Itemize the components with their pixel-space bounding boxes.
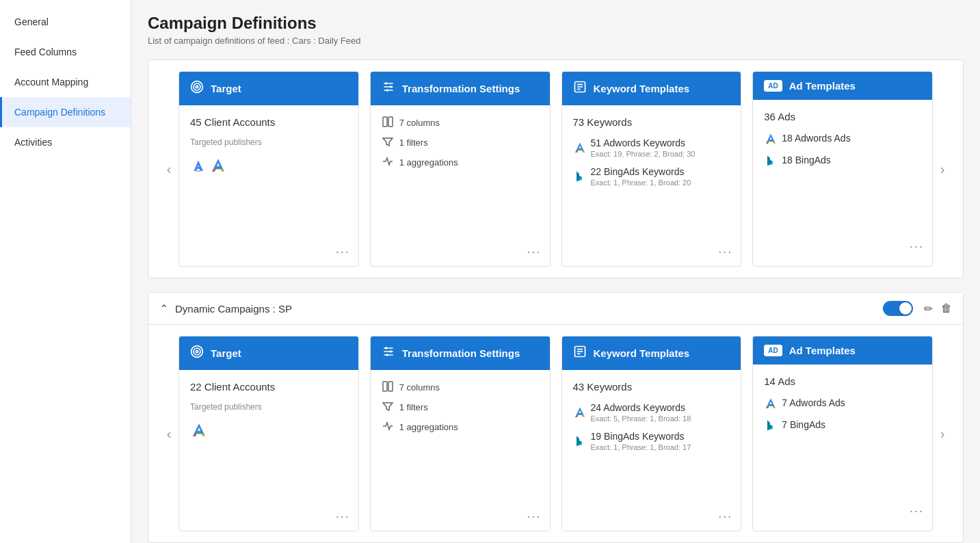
transformation-card-2: Transformation Settings 7 columns [370,336,551,531]
keywords-card-header-2: Keyword Templates [562,336,741,370]
ads-card-title-2: Ad Templates [789,345,856,356]
svg-point-16 [385,347,387,349]
svg-rect-7 [383,117,387,127]
ads-total-1: 36 Ads [764,111,921,122]
adwords-logo-ads-1: 18 Adwords Ads [764,132,850,146]
ads-card-header-2: AD Ad Templates [753,336,932,365]
sidebar-item-account-mapping[interactable]: Account Mapping [0,67,131,97]
filters-stat-2: 1 filters [382,401,539,414]
svg-point-18 [386,354,388,356]
adwords-ads-label-1: 18 Adwords Ads [782,133,850,144]
campaign-section-2: ⌃ Dynamic Campaigns : SP ✏ 🗑 ‹ [148,292,964,543]
prev-arrow-2[interactable]: ‹ [159,336,178,531]
transformation-icon-1 [382,80,395,97]
delete-icon-2[interactable]: 🗑 [941,302,952,315]
adwords-ads-1: 18 Adwords Ads [764,132,921,148]
ads-card-1: AD Ad Templates 36 Ads [752,71,933,267]
bing-kw-sub-1: Exact: 1, Phrase: 1, Broad: 20 [591,178,691,187]
transformation-icon-2 [382,345,395,362]
transformation-card-footer-1: ··· [371,242,550,266]
keywords-card-footer-2: ··· [562,507,741,531]
transformation-dots-btn-2[interactable]: ··· [527,509,541,524]
main-content: Campaign Definitions List of campaign de… [131,0,980,543]
keywords-dots-btn-2[interactable]: ··· [718,509,732,524]
svg-point-6 [386,89,388,91]
campaign-header-2: ⌃ Dynamic Campaigns : SP ✏ 🗑 [148,293,963,325]
ads-dots-btn-1[interactable]: ··· [910,239,924,254]
next-arrow-1[interactable]: › [933,71,952,267]
campaign-title-2: Dynamic Campaigns : SP [175,303,883,315]
sidebar-item-feed-columns[interactable]: Feed Columns [0,37,131,67]
ad-badge-1: AD [764,80,782,92]
svg-rect-8 [388,117,393,127]
target-card-title-1: Target [211,83,241,94]
target-client-accounts-1: 45 Client Accounts [190,116,347,128]
transformation-card-footer-2: ··· [371,507,550,531]
svg-point-5 [389,85,391,88]
filters-value-1: 1 filters [399,137,428,148]
collapse-chevron-2[interactable]: ⌃ [159,302,168,315]
keywords-card-body-2: 43 Keywords 24 Adwords Keyw [562,370,741,507]
adwords-kw-label-2: 24 Adwords Keywords [591,402,691,413]
bing-ads-label-2: 7 BingAds [782,419,825,430]
ads-card-footer-1: ··· [753,237,932,261]
prev-arrow-1[interactable]: ‹ [159,71,178,267]
transformation-card-header-2: Transformation Settings [371,336,550,370]
target-card-header-1: Target [179,72,358,105]
ad-badge-2: AD [764,345,782,356]
bing-ads-2: 7 BingAds [764,419,921,435]
columns-icon-1 [382,116,394,129]
adwords-keywords-2: 24 Adwords Keywords Exact: 5, Phrase: 1,… [573,402,730,425]
next-arrow-2[interactable]: › [933,336,952,531]
aggregations-value-2: 1 aggregations [399,422,458,432]
campaign-section-1: ‹ Target 4 [148,59,964,278]
ads-card-header-1: AD Ad Templates [753,72,932,100]
sidebar-item-general[interactable]: General [0,7,131,37]
campaign-toggle-2[interactable] [883,301,913,316]
cards-container-2: Target 22 Client Accounts Targeted publi… [178,336,933,531]
sidebar-item-campaign-definitions[interactable]: Campaign Definitions [0,97,131,127]
columns-stat-2: 7 columns [382,381,539,394]
page-title: Campaign Definitions [148,14,964,33]
svg-point-2 [196,85,198,88]
adwords-kw-label-1: 51 Adwords Keywords [591,137,696,148]
bing-kw-label-2: 19 BingAds Keywords [591,431,691,442]
transformation-card-body-1: 7 columns 1 filters [371,105,550,242]
ads-dots-btn-2[interactable]: ··· [910,504,924,518]
bing-logo-kw-2: 19 BingAds Keywords Exact: 1, Phrase: 1,… [573,431,691,451]
target-card-2: Target 22 Client Accounts Targeted publi… [178,336,359,531]
adwords-kw-sub-1: Exact: 19, Phrase: 2, Broad: 30 [591,150,696,158]
target-card-header-2: Target [179,336,358,370]
keywords-card-1: Keyword Templates 73 Keywords [561,71,742,267]
bing-kw-sub-2: Exact: 1, Phrase: 1, Broad: 17 [591,443,691,451]
adwords-logo-kw-2: 24 Adwords Keywords Exact: 5, Phrase: 1,… [573,402,691,423]
sidebar-item-activities[interactable]: Activities [0,127,131,157]
transformation-card-header-1: Transformation Settings [371,72,550,105]
cards-container-1: Target 45 Client Accounts Targeted publi… [178,71,933,267]
adwords-logo-2 [190,421,208,442]
aggregations-icon-1 [382,156,394,169]
ads-card-body-1: 36 Ads 18 Adwords Ads [753,100,932,237]
adwords-kw-sub-2: Exact: 5, Phrase: 1, Broad: 18 [591,414,691,423]
ads-card-footer-2: ··· [753,501,932,525]
sidebar: General Feed Columns Account Mapping Cam… [0,0,131,543]
target-dots-btn-1[interactable]: ··· [336,245,350,259]
edit-icon-2[interactable]: ✏ [924,302,933,315]
target-card-title-2: Target [211,347,241,359]
columns-stat-1: 7 columns [382,116,539,129]
target-publishers-label-2: Targeted publishers [190,402,347,412]
target-dots-btn-2[interactable]: ··· [336,509,350,524]
keywords-dots-btn-1[interactable]: ··· [718,245,732,259]
bing-ads-label-1: 18 BingAds [782,155,831,165]
transformation-dots-btn-1[interactable]: ··· [527,245,541,259]
aggregations-icon-2 [382,421,394,434]
keywords-icon-2 [573,345,587,362]
aggregations-value-1: 1 aggregations [399,157,458,168]
keywords-card-header-1: Keyword Templates [562,72,741,105]
target-card-body-1: 45 Client Accounts Targeted publishers [179,105,358,242]
cards-row-1: ‹ Target 4 [148,60,963,278]
aggregations-stat-1: 1 aggregations [382,156,539,169]
filters-icon-1 [382,136,394,149]
adwords-logo-1 [190,157,227,177]
bing-keywords-1: 22 BingAds Keywords Exact: 1, Phrase: 1,… [573,166,730,189]
